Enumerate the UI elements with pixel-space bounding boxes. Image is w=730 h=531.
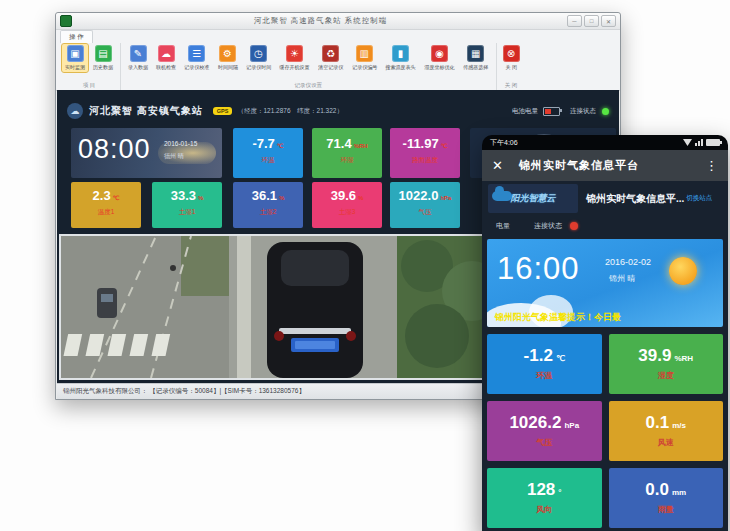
station-logo-icon: ☁ [67,103,83,119]
toolbar-button-humidity-coordinate[interactable]: ◉ 湿度坐标优化 [421,44,458,72]
connection-label: 连接状态 [570,107,596,116]
phone-overlay: 下午4:06 ✕ 锦州实时气象信息平台 ⋮ 阳光智慧云 锦州实时气象信息平...… [482,135,728,531]
list-icon: ☰ [188,45,205,62]
toolbar-button-import-data[interactable]: ✎ 录入数据 [125,44,151,72]
station-header: ☁ 河北聚智 高安镇气象站 GPS （经度：121.2876 纬度：21.322… [67,99,609,123]
group-label-close: 关 闭 [500,81,523,90]
toolbar-button-clear-logger[interactable]: ♻ 清空记录仪 [315,44,347,72]
clock-icon: ◷ [250,45,267,62]
toolbar-button-search-temp-probe[interactable]: ▮ 搜索温度表头 [382,44,419,72]
phone-tile-grid: -1.2℃ 环温 39.9%RH 湿度 1026.2hPa 气压 0.1m/s … [487,334,723,528]
phone-connection-dot [570,222,578,230]
phone-tile-wind-direction: 128° 风向 [487,468,602,528]
brand-logo: 阳光智慧云 [488,184,578,213]
cloud-icon: ☁ [158,45,175,62]
phone-connection-row: 电量 连接状态 [482,216,728,236]
toolbar: ▣ 实时监测 ▤ 历史数据 项 目 ✎ 录入数据 [58,43,618,90]
toolbar-button-time-interval[interactable]: ⚙ 时间间隔 [215,44,241,72]
ribbon: 操 作 ▣ 实时监测 ▤ 历史数据 项 目 [56,30,620,91]
gps-badge: GPS [213,107,233,115]
phone-tile-pressure: 1026.2hPa 气压 [487,401,602,461]
phone-connection-label: 连接状态 [534,221,562,231]
tile-ambient-temp: -7.7℃ 环温 [233,128,303,178]
close-icon[interactable]: ✕ [492,158,503,173]
pencil-icon: ✎ [130,45,147,62]
sun-icon [669,257,697,285]
weather-ticker: 锦州阳光气象温馨提示！今日最 [495,311,723,324]
wifi-icon [683,139,692,146]
phone-clock-date: 2016-02-02 [605,257,651,267]
phone-app-body: 阳光智慧云 锦州实时气象信息平... 切换站点 电量 连接状态 16:00 20… [482,181,728,531]
toolbar-button-cache-boot-setting[interactable]: ☀ 缓存开机设置 [276,44,313,72]
phone-tile-ambient-temp: -1.2℃ 环温 [487,334,602,394]
phone-tile-rainfall: 0.0mm 雨量 [609,468,724,528]
phone-status-bar: 下午4:06 [482,135,728,150]
toolbar-group-project: ▣ 实时监测 ▤ 历史数据 项 目 [58,43,121,90]
phone-app-header: 阳光智慧云 锦州实时气象信息平... 切换站点 [482,181,728,216]
phone-station-title: 锦州实时气象信息平... [586,192,684,206]
toolbar-button-history-data[interactable]: ▤ 历史数据 [90,44,116,72]
battery-label: 电池电量 [512,107,538,116]
maximize-button[interactable]: □ [584,15,599,27]
station-name: 河北聚智 高安镇气象站 [89,104,203,118]
toolbar-button-close-app[interactable]: ⊗ 关 闭 [501,44,522,72]
group-label-logger-settings: 记录仪设置 [124,81,493,90]
gauge-icon: ◉ [431,45,448,62]
toolbar-button-logger-calibration[interactable]: ☰ 记录仪校准 [181,44,213,72]
tile-soil-moisture-2: 36.1% 土湿2 [233,182,303,228]
toolbar-button-realtime-monitor[interactable]: ▣ 实时监测 [62,44,88,72]
gear-icon: ⚙ [219,45,236,62]
window-title: 河北聚智 高速路气象站 系统控制端 [76,16,565,26]
clock-date: 2016-01-15 [164,140,197,147]
app-icon [60,15,72,27]
close-button[interactable]: ✕ [601,15,616,27]
camera-feed-1[interactable] [61,236,229,378]
signal-icon [695,139,703,146]
phone-battery-label: 电量 [496,221,510,231]
phone-tile-humidity: 39.9%RH 湿度 [609,334,724,394]
thermometer-icon: ▮ [392,45,409,62]
screenshot-stage: 河北聚智 高速路气象站 系统控制端 ─ □ ✕ 操 作 ▣ 实时监测 ▤ 历史数… [0,0,730,531]
tile-ambient-humidity: 71.4%RH 环湿 [312,128,382,178]
monitor-icon: ▣ [67,45,84,62]
toolbar-group-logger-settings: ✎ 录入数据 ☁ 联机检查 ☰ 记录仪校准 ⚙ [121,43,497,90]
power-icon: ⊗ [503,45,520,62]
switch-station-link[interactable]: 切换站点 [686,194,712,203]
phone-page-title: 锦州实时气象信息平台 [519,158,639,173]
camera-feed-2[interactable] [229,236,397,378]
group-label-project: 项 目 [61,81,117,90]
phone-clock-city: 锦州 晴 [609,273,635,284]
gps-coordinates: （经度：121.2876 纬度：21.322） [237,107,343,116]
sun-icon: ☀ [286,45,303,62]
title-bar: 河北聚智 高速路气象站 系统控制端 ─ □ ✕ [56,13,620,30]
toolbar-button-sensor-select[interactable]: ▦ 传感器选择 [460,44,492,72]
tile-air-pressure: 1022.0hPa 气压 [390,182,460,228]
clock-city: 德州 晴 [164,152,184,161]
phone-clock-card: 16:00 2016-02-02 锦州 晴 锦州阳光气象温馨提示！今日最 [487,239,723,327]
tile-soil-moisture-1: 33.3% 土湿1 [152,182,222,228]
toolbar-button-logger-time[interactable]: ◷ 记录仪时间 [243,44,275,72]
more-menu-icon[interactable]: ⋮ [705,158,718,173]
phone-nav-bar: ✕ 锦州实时气象信息平台 ⋮ [482,150,728,181]
toolbar-group-close: ⊗ 关 闭 关 闭 [497,43,526,90]
history-icon: ▤ [95,45,112,62]
tile-road-surface-temp: -11.97℃ 路面温度 [390,128,460,178]
toolbar-button-online-check[interactable]: ☁ 联机检查 [153,44,179,72]
trash-icon: ♻ [322,45,339,62]
phone-battery-icon [706,139,720,146]
phone-tile-wind-speed: 0.1m/s 风速 [609,401,724,461]
minimize-button[interactable]: ─ [567,15,582,27]
notebook-icon: ▥ [356,45,373,62]
clock-time: 08:00 [78,134,151,165]
phone-time: 下午4:06 [490,138,518,148]
clock-tile: 08:00 2016-01-15 德州 晴 [71,128,222,178]
brand-cloud-icon [492,191,512,201]
phone-clock-time: 16:00 [497,251,580,287]
grid-icon: ▦ [467,45,484,62]
connection-status-dot [602,108,609,115]
toolbar-button-logger-id[interactable]: ▥ 记录仪编号 [349,44,381,72]
menu-tab-operations[interactable]: 操 作 [60,30,93,43]
tile-temperature-1: 2.3℃ 温度1 [71,182,141,228]
battery-icon [543,107,560,116]
tile-soil-moisture-3: 39.6% 土湿3 [312,182,382,228]
